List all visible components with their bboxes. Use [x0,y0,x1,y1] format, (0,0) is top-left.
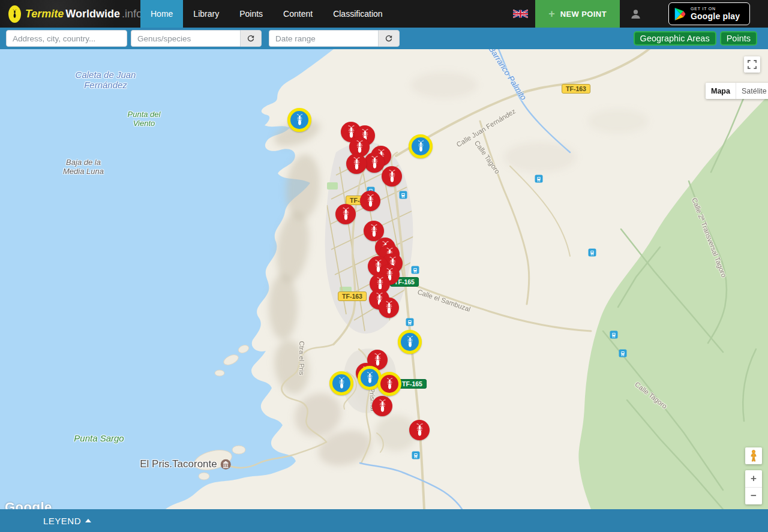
termite-point-marker[interactable] [360,191,380,211]
bus-stop-icon [619,350,627,357]
termite-point-marker[interactable] [379,297,399,318]
nav-item-library[interactable]: Library [183,0,229,28]
termite-point-marker[interactable] [346,154,367,174]
map-canvas[interactable]: Caleta de JuanFernándezPunta delVientoBa… [0,49,768,509]
nav-item-content[interactable]: Content [273,0,323,28]
language-flag-uk[interactable] [506,0,535,28]
zoom-control: + − [745,470,762,504]
genus-refresh-button[interactable] [240,30,262,47]
route-badge-tf-165: TF-165 [398,379,427,389]
filter-bar: Geographic Areas Points [0,28,768,49]
play-badge-bottom-text: Google play [691,11,740,21]
genus-species-input[interactable] [131,30,240,47]
person-icon [630,8,641,20]
map-type-satellite-button[interactable]: Satélite [736,83,768,99]
termite-point-marker-highlighted[interactable] [377,372,401,396]
nav-item-home[interactable]: Home [140,0,183,28]
refresh-icon [385,34,393,43]
top-navbar: Termite Worldwide .info Home Library Poi… [0,0,768,28]
play-badge-top-text: GET IT ON [691,7,740,11]
bus-stop-icon [535,175,543,183]
termite-logo-icon [8,5,21,23]
user-account-button[interactable] [620,0,652,28]
date-refresh-button[interactable] [378,30,400,47]
road-label: Calle Tagoro [634,380,668,410]
new-point-label: NEW POINT [560,10,607,19]
bus-stop-icon [610,331,618,339]
fullscreen-icon [748,60,757,69]
date-filter-group [269,30,400,47]
play-store-icon [674,7,686,21]
nav-item-points[interactable]: Points [229,0,273,28]
bus-stop-icon [406,318,414,326]
termite-point-marker[interactable] [335,204,356,224]
refresh-icon [247,34,255,43]
termite-point-marker-highlighted[interactable] [329,371,353,395]
route-badge-tf-163: TF-163 [562,84,590,94]
monument-poi-icon [220,459,231,470]
road-label: Ctra el Pris [298,341,305,375]
street-view-pegman-button[interactable] [745,447,762,464]
place-label-el-pris-tacoronte: El Pris.Tacoronte [140,458,231,470]
map-type-control: Mapa Satélite [706,83,768,99]
points-button[interactable]: Points [720,31,757,46]
road-label: Calle 2ª Transversal Tagoro [691,197,728,278]
genus-filter-group [131,30,262,47]
brand-info: .info [122,8,142,20]
bus-stop-icon [400,191,407,199]
main-nav: Home Library Points Content Classificati… [140,0,393,28]
termite-point-marker[interactable] [382,166,402,187]
termite-point-marker-highlighted[interactable] [409,134,433,158]
site-logo[interactable]: Termite Worldwide .info [0,0,140,28]
geographic-areas-button[interactable]: Geographic Areas [634,31,716,46]
nav-item-classification[interactable]: Classification [323,0,392,28]
bus-stop-icon [412,266,419,274]
brand-termite: Termite [25,8,64,20]
place-label-caleta-de-juan-fernandez: Caleta de JuanFernández [76,70,136,91]
termite-point-marker[interactable] [409,420,430,440]
bus-stop-icon [412,452,420,459]
map-type-map-button[interactable]: Mapa [706,83,736,99]
uk-flag-icon [513,10,528,18]
place-label-punta-sargo: Punta Sargo [74,433,124,443]
legend-toggle[interactable]: LEYEND [43,516,91,526]
legend-bar: LEYEND [0,509,768,532]
bus-stop-icon [589,249,596,257]
termite-point-marker[interactable] [372,396,392,416]
zoom-out-button[interactable]: − [745,488,762,504]
brand-worldwide: Worldwide [65,8,120,20]
place-label-baja-de-la-media-luna: Baja de laMedia Luna [63,158,104,176]
route-badge-tf-163: TF-163 [338,291,367,301]
google-watermark: Google [5,500,52,509]
plus-icon: + [548,8,555,19]
road-label: Calle Tagoro [473,139,502,175]
termite-point-marker-highlighted[interactable] [287,108,311,132]
address-search-input[interactable] [6,30,127,47]
fullscreen-button[interactable] [744,56,760,73]
road-label: Calle el Sambuzal [416,288,472,313]
legend-label: LEYEND [43,516,81,526]
google-play-badge[interactable]: GET IT ON Google play [668,2,750,25]
pegman-icon [749,450,758,462]
road-label: Barranco Palmito [487,49,529,102]
zoom-in-button[interactable]: + [745,470,762,488]
new-point-button[interactable]: + NEW POINT [535,0,620,28]
termite-point-marker[interactable] [364,152,385,173]
navbar-right: + NEW POINT GET IT ON Google play [506,0,768,28]
road-label: Calle Juan Fernández [455,107,517,148]
map-overlays: Caleta de JuanFernándezPunta delVientoBa… [0,49,768,509]
date-range-input[interactable] [269,30,378,47]
legend-collapse-arrow-icon [85,519,91,522]
place-label-punta-del-viento: Punta delViento [128,110,161,128]
termite-point-marker-highlighted[interactable] [398,330,422,354]
